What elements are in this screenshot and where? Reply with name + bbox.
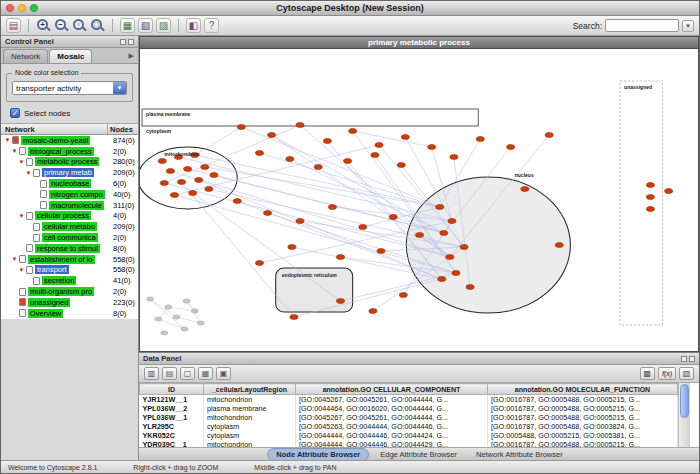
create-attribute-icon[interactable]: ▤ [162,367,177,380]
tree-node-icon [26,158,33,166]
select-nodes-checkbox[interactable]: ✓ Select nodes [10,108,138,118]
mosaic-panel: Node color selection transporter activit… [1,64,138,460]
table-row[interactable]: YPL036W__1mitochondrion[GO:0045267, GO:0… [140,413,678,422]
tab-edge-attribute-browser[interactable]: Edge Attribute Browser [372,449,465,460]
import-network-icon[interactable]: ▧ [138,18,153,33]
tree-row[interactable]: nucleobase6(0) [1,178,138,189]
network-window-title: primary metabolic process [368,38,470,47]
tree-row[interactable]: ▼establishment of lo558(0) [1,254,138,265]
table-cell: [GO:0016787, GO:0005488, GO:0003824, G..… [488,422,678,431]
tree-row[interactable]: macromolecule311(0) [1,200,138,211]
tree-node-label: mosaic-demo-yeast [21,136,90,145]
tab-network[interactable]: Network [3,49,48,63]
search-label: Search: [573,21,602,31]
network-canvas[interactable]: plasma membranecytoplasmmitochondrionnuc… [140,49,698,351]
tree-node-icon [40,180,47,188]
zoom-in-icon[interactable]: + [37,19,48,30]
tree-row[interactable]: ▼primary metab209(0) [1,167,138,178]
tree-node-count: 209(0) [111,222,138,231]
table-cell: YPL036W__2 [140,404,204,413]
tree-node-label: macromolecule [49,201,104,210]
tree-row[interactable]: cell communica2(0) [1,232,138,243]
tree-row[interactable]: ▼mosaic-demo-yeast874(0) [1,135,138,146]
select-nodes-label: Select nodes [24,109,70,118]
tree-row[interactable]: Overview8(0) [1,308,138,319]
status-zoom-hint: Right-click + drag to ZOOM [133,464,218,471]
matrix-icon[interactable]: ▩ [640,367,655,380]
node-color-dropdown[interactable]: transporter activity ▼ [12,81,127,95]
network-window-titlebar[interactable]: primary metabolic process [140,37,698,49]
select-attributes-icon[interactable]: ▥ [144,367,159,380]
tree-expander-icon[interactable]: ▼ [3,137,12,143]
minimize-window-button[interactable] [18,4,26,12]
tree-node-icon [26,266,33,274]
zoom-fit-icon[interactable]: □ [91,19,102,30]
tree-header: Network Nodes [1,123,138,135]
zoom-selected-icon[interactable]: ▫ [73,19,84,30]
tree-row[interactable]: ▼biological_process2(0) [1,146,138,157]
tree-column-nodes[interactable]: Nodes [108,125,138,134]
import-attributes-icon[interactable]: ▨ [156,18,171,33]
table-vertical-scrollbar[interactable] [678,383,690,447]
tab-mosaic[interactable]: Mosaic [49,49,92,63]
tree-expander-icon[interactable]: ▼ [10,256,19,262]
table-row[interactable]: YKR052Ccytoplasm[GO:0044444, GO:0044446,… [140,431,678,440]
delete-attribute-icon[interactable]: ▢ [180,367,195,380]
column-header[interactable]: annotation.GO MOLECULAR_FUNCTION [488,384,678,395]
tree-expander-icon[interactable]: ▼ [17,267,26,273]
zoom-out-icon[interactable]: − [55,19,66,30]
tab-network-attribute-browser[interactable]: Network Attribute Browser [468,449,571,460]
column-header[interactable]: _cellularLayoutRegion [204,384,296,395]
table-row[interactable]: YJR121W__1mitochondrion[GO:0045267, GO:0… [140,395,678,405]
new-network-icon[interactable]: ▦ [120,18,135,33]
tree-row[interactable]: ▼metabolic process280(0) [1,157,138,168]
tree-node-count: 311(0) [111,201,138,210]
close-window-button[interactable] [6,4,14,12]
tab-node-attribute-browser[interactable]: Node Attribute Browser [267,448,369,461]
tree-node-label: response to stimul [35,244,100,253]
tree-row[interactable]: nitrogen compo40(0) [1,189,138,200]
tree-row[interactable]: cellular metabo209(0) [1,221,138,232]
window-titlebar[interactable]: Cytoscape Desktop (New Session) [1,1,699,16]
search-input[interactable] [605,19,679,32]
tab-scroll-right-icon[interactable]: ▶ [129,52,138,63]
tree-node-icon [19,298,26,306]
tree-column-network[interactable]: Network [1,124,108,134]
trash-attribute-icon[interactable]: ▣ [216,367,231,380]
tree-node-label: Overview [28,309,63,318]
attribute-table: ID_cellularLayoutRegionannotation.GO CEL… [139,383,678,449]
table-row[interactable]: YLR295Ccytoplasm[GO:0045263, GO:0044444,… [140,422,678,431]
tree-expander-icon[interactable]: ▼ [17,213,26,219]
tree-row[interactable]: secretion41(0) [1,275,138,286]
search-options-icon[interactable]: ▾ [682,20,694,32]
toolbar-icon-group: ▤+−▫□▦▧▨◧? [6,18,219,33]
table-row[interactable]: YPL036W__2plasma membrane[GO:0044464, GO… [140,404,678,413]
column-header[interactable]: annotation.GO CELLULAR_COMPONENT [296,384,488,395]
formula-builder-icon[interactable]: f(x) [658,367,676,380]
float-data-panel-icon[interactable] [681,356,687,362]
tree-expander-icon[interactable]: ▼ [17,159,26,165]
scrollbar-thumb[interactable] [680,384,689,418]
float-panel-icon[interactable] [120,39,126,45]
tree-row[interactable]: ▼transport558(0) [1,265,138,276]
toolbar-separator [28,19,29,32]
table-cell: YKR052C [140,431,204,440]
tree-node-count: 2(0) [111,147,138,156]
tree-expander-icon[interactable]: ▼ [10,148,19,154]
tree-row[interactable]: ▼cellular process4(0) [1,211,138,222]
close-panel-icon[interactable] [128,39,134,45]
tree-row[interactable]: multi-organism pro2(0) [1,286,138,297]
tree-node-icon [40,190,47,198]
tree-expander-icon[interactable]: ▼ [24,170,33,176]
close-data-panel-icon[interactable] [689,356,695,362]
import-attribute-file-icon[interactable]: ▧ [679,367,694,380]
vizmapper-icon[interactable]: ◧ [186,18,201,33]
tree-row[interactable]: response to stimul8(0) [1,243,138,254]
attribute-columns-icon[interactable]: ▦ [198,367,213,380]
tree-node-label: multi-organism pro [28,287,94,296]
tree-row[interactable]: unassigned223(0) [1,297,138,308]
save-session-icon[interactable]: ▤ [6,18,21,33]
zoom-window-button[interactable] [30,4,38,12]
column-header[interactable]: ID [140,384,204,395]
help-icon[interactable]: ? [204,18,219,33]
